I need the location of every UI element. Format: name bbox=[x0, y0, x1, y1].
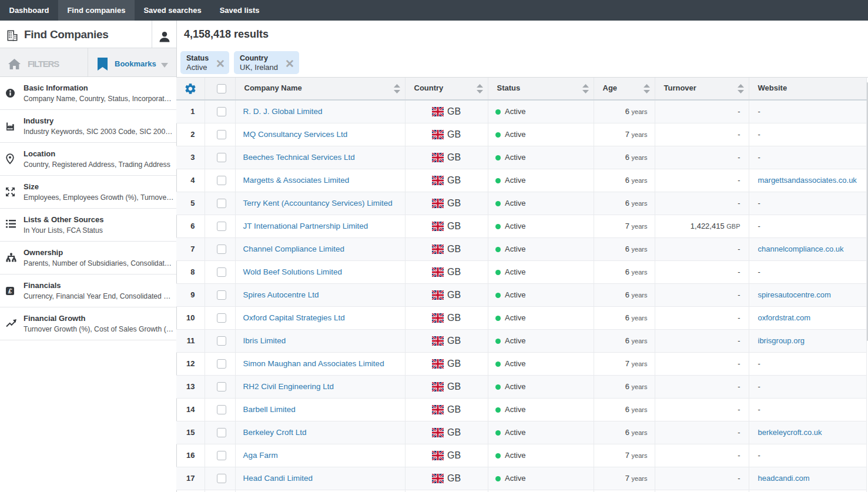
svg-text:£: £ bbox=[8, 287, 12, 294]
